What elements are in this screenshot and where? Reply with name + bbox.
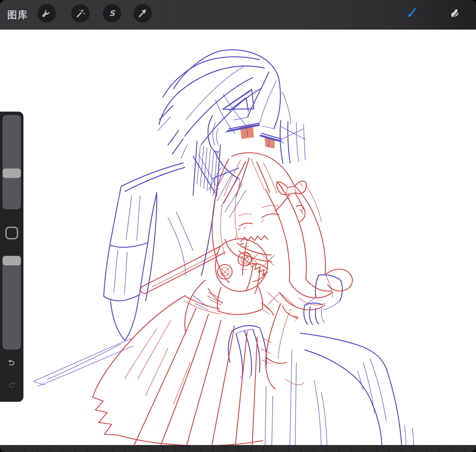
smudge-finger-icon <box>448 6 462 21</box>
top-toolbar: 图库 S <box>0 0 476 30</box>
brush-size-handle[interactable] <box>3 169 21 178</box>
transform-button[interactable] <box>133 4 152 23</box>
s-curve-icon: S <box>106 7 118 20</box>
undo-arrow-icon <box>6 357 18 369</box>
canvas-area[interactable] <box>0 30 476 445</box>
paint-tool-button[interactable] <box>402 4 420 23</box>
opacity-slider[interactable] <box>3 256 21 350</box>
redo-button[interactable] <box>5 378 18 392</box>
sketch-drawing <box>0 30 476 445</box>
opacity-handle[interactable] <box>3 256 21 265</box>
smudge-tool-button[interactable] <box>446 4 464 23</box>
modify-button[interactable] <box>5 227 18 239</box>
brush-size-slider[interactable] <box>3 115 21 209</box>
actions-button[interactable] <box>37 4 56 23</box>
undo-button[interactable] <box>5 356 18 369</box>
sidebar-tools <box>0 112 23 402</box>
arrow-cursor-icon <box>136 7 149 20</box>
bottom-bar <box>0 445 476 452</box>
selection-button[interactable]: S <box>103 4 121 23</box>
redo-arrow-icon <box>6 379 18 391</box>
wrench-icon <box>40 7 53 20</box>
svg-text:S: S <box>109 9 116 18</box>
paintbrush-icon <box>404 6 419 21</box>
procreate-app: 图库 S <box>0 0 476 452</box>
magic-wand-icon <box>74 7 86 20</box>
gallery-button[interactable]: 图库 <box>7 0 28 30</box>
adjustments-button[interactable] <box>71 4 90 23</box>
